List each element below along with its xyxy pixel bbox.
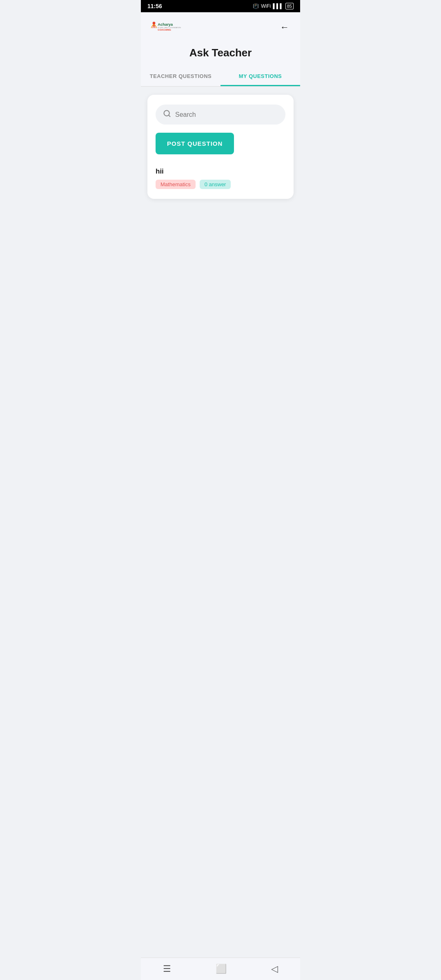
- search-container[interactable]: [156, 105, 285, 125]
- signal-icon: ▌▌▌: [273, 3, 283, 9]
- svg-text:Acharya: Acharya: [158, 22, 173, 27]
- status-icons: 📳 WiFi ▌▌▌ 85: [253, 3, 294, 9]
- svg-line-8: [169, 115, 170, 117]
- back-button[interactable]: ←: [277, 20, 292, 35]
- page-title-container: Ask Teacher: [141, 42, 300, 67]
- post-question-button[interactable]: POST QUESTION: [156, 133, 234, 154]
- tabs-container: TEACHER QUESTIONS MY QUESTIONS: [141, 67, 300, 87]
- search-input[interactable]: [175, 111, 278, 118]
- back-icon: ←: [280, 22, 289, 33]
- svg-text:IIT-JEE | NEET | FOUNDATION: IIT-JEE | NEET | FOUNDATION: [158, 27, 180, 29]
- status-time: 11:56: [147, 3, 162, 9]
- question-title: hii: [156, 167, 285, 176]
- answer-count-tag[interactable]: 0 answer: [200, 180, 231, 189]
- wifi-icon: WiFi: [261, 3, 271, 9]
- svg-point-0: [153, 22, 156, 24]
- tab-teacher-questions[interactable]: TEACHER QUESTIONS: [141, 67, 220, 86]
- page-title: Ask Teacher: [141, 47, 300, 59]
- subject-tag[interactable]: Mathematics: [156, 180, 196, 189]
- logo-image: Acharya IIT-JEE | NEET | FOUNDATION COAC…: [149, 17, 182, 38]
- content-card: POST QUESTION hii Mathematics 0 answer: [147, 95, 294, 199]
- question-tags: Mathematics 0 answer: [156, 180, 285, 189]
- battery-icon: 85: [285, 3, 294, 9]
- status-bar: 11:56 📳 WiFi ▌▌▌ 85: [141, 0, 300, 12]
- tab-my-questions[interactable]: MY QUESTIONS: [220, 67, 300, 86]
- logo-container: Acharya IIT-JEE | NEET | FOUNDATION COAC…: [149, 17, 182, 38]
- search-icon: [163, 109, 171, 120]
- vibrate-icon: 📳: [253, 3, 259, 9]
- main-content: POST QUESTION hii Mathematics 0 answer: [141, 87, 300, 207]
- app-header: Acharya IIT-JEE | NEET | FOUNDATION COAC…: [141, 12, 300, 42]
- svg-text:COACHING: COACHING: [158, 29, 171, 31]
- question-item: hii Mathematics 0 answer: [156, 164, 285, 189]
